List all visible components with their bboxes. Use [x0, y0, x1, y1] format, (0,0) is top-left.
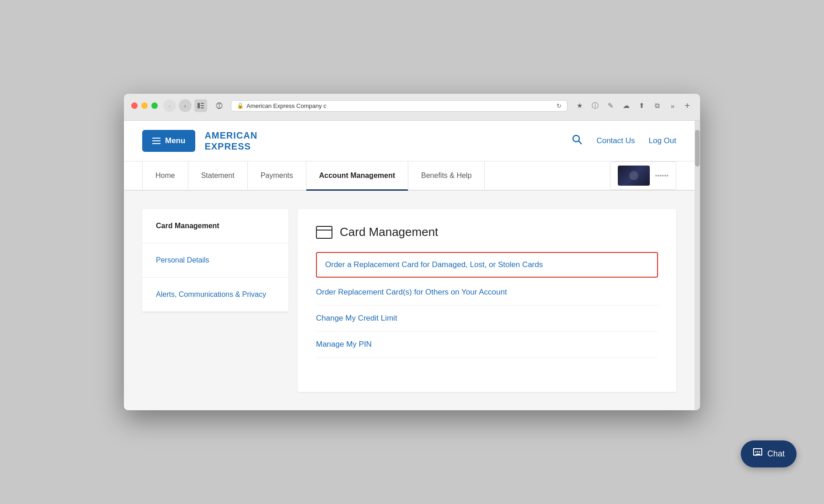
scrollbar-thumb[interactable] — [695, 130, 700, 166]
link-manage-pin[interactable]: Manage My PIN — [316, 332, 658, 358]
chat-button[interactable]: Chat — [741, 440, 797, 467]
svg-rect-2 — [201, 105, 204, 106]
traffic-lights — [131, 102, 158, 109]
info-icon[interactable]: ⓘ — [589, 99, 601, 112]
svg-point-6 — [755, 451, 756, 453]
close-traffic-light[interactable] — [131, 102, 138, 109]
nav-item-account-management[interactable]: Account Management — [306, 161, 408, 190]
tabs-icon[interactable]: ⧉ — [651, 99, 663, 112]
chat-label: Chat — [767, 449, 785, 459]
icloud-icon[interactable]: ☁ — [620, 99, 632, 112]
scrollbar[interactable] — [695, 121, 700, 410]
edit-icon[interactable]: ✎ — [604, 99, 617, 112]
nav-item-home[interactable]: Home — [142, 161, 188, 190]
main-content: Card Management Personal Details Alerts,… — [124, 191, 695, 410]
browser-chrome: ‹ › ⓵ 🔒 American Express Company c ↻ — [124, 94, 700, 121]
svg-point-4 — [573, 135, 579, 142]
browser-window: ‹ › ⓵ 🔒 American Express Company c ↻ — [124, 94, 700, 410]
sidebar: Card Management Personal Details Alerts,… — [142, 209, 289, 312]
address-bar[interactable]: 🔒 American Express Company c ↻ — [231, 100, 567, 112]
url-text: American Express Company c — [246, 102, 326, 109]
new-tab-button[interactable]: + — [682, 100, 693, 111]
link-replacement-card-others[interactable]: Order Replacement Card(s) for Others on … — [316, 279, 658, 306]
browser-content: Menu AMERICAN EXPRESS Contact Us Log Out — [124, 121, 695, 410]
hamburger-icon — [152, 138, 161, 144]
card-management-icon — [316, 226, 332, 239]
svg-rect-3 — [201, 107, 204, 108]
panel-links: Order a Replacement Card for Damaged, Lo… — [316, 253, 658, 358]
more-tabs-icon[interactable]: » — [666, 99, 679, 112]
nav-item-statement[interactable]: Statement — [188, 161, 248, 190]
sidebar-item-card-management[interactable]: Card Management — [142, 209, 289, 243]
site-header: Menu AMERICAN EXPRESS Contact Us Log Out — [124, 121, 695, 161]
sidebar-toggle-button[interactable] — [194, 99, 207, 112]
card-thumbnail — [618, 166, 650, 186]
panel-title: Card Management — [316, 225, 658, 239]
nav-item-payments[interactable]: Payments — [248, 161, 306, 190]
password-manager-icon[interactable]: ⓵ — [213, 99, 225, 112]
chat-icon — [753, 448, 763, 460]
browser-nav: ‹ › — [163, 99, 207, 112]
link-replacement-card-damaged[interactable]: Order a Replacement Card for Damaged, Lo… — [316, 252, 658, 278]
log-out-link[interactable]: Log Out — [649, 136, 677, 145]
svg-point-7 — [757, 451, 758, 453]
svg-point-8 — [759, 451, 760, 453]
browser-toolbar-icons: ★ ⓘ ✎ ☁ ⬆ ⧉ » + — [573, 99, 693, 112]
menu-label: Menu — [165, 136, 185, 145]
reload-icon[interactable]: ↻ — [556, 102, 562, 109]
bookmarks-icon[interactable]: ★ — [573, 99, 586, 112]
nav-items: Home Statement Payments Account Manageme… — [142, 161, 610, 190]
content-layout: Card Management Personal Details Alerts,… — [142, 209, 676, 392]
header-actions: Contact Us Log Out — [572, 134, 676, 148]
nav-item-benefits-help[interactable]: Benefits & Help — [408, 161, 485, 190]
minimize-traffic-light[interactable] — [141, 102, 148, 109]
sidebar-item-alerts-communications[interactable]: Alerts, Communications & Privacy — [142, 278, 289, 312]
search-button[interactable] — [572, 134, 583, 148]
svg-rect-1 — [201, 103, 204, 104]
site-nav: Home Statement Payments Account Manageme… — [124, 161, 695, 191]
card-number-masked: •••••• — [655, 172, 669, 179]
sidebar-item-personal-details[interactable]: Personal Details — [142, 243, 289, 278]
contact-us-link[interactable]: Contact Us — [596, 136, 635, 145]
svg-rect-0 — [198, 103, 200, 108]
maximize-traffic-light[interactable] — [151, 102, 158, 109]
share-icon[interactable]: ⬆ — [635, 99, 648, 112]
amex-logo: AMERICAN EXPRESS — [204, 130, 257, 152]
back-button[interactable]: ‹ — [163, 99, 176, 112]
link-change-credit-limit[interactable]: Change My Credit Limit — [316, 306, 658, 332]
menu-button[interactable]: Menu — [142, 130, 195, 152]
lock-icon: 🔒 — [237, 102, 244, 109]
card-selector[interactable]: •••••• — [610, 161, 676, 190]
forward-button[interactable]: › — [179, 99, 192, 112]
svg-line-5 — [579, 141, 582, 145]
main-panel: Card Management Order a Replacement Card… — [298, 209, 676, 392]
